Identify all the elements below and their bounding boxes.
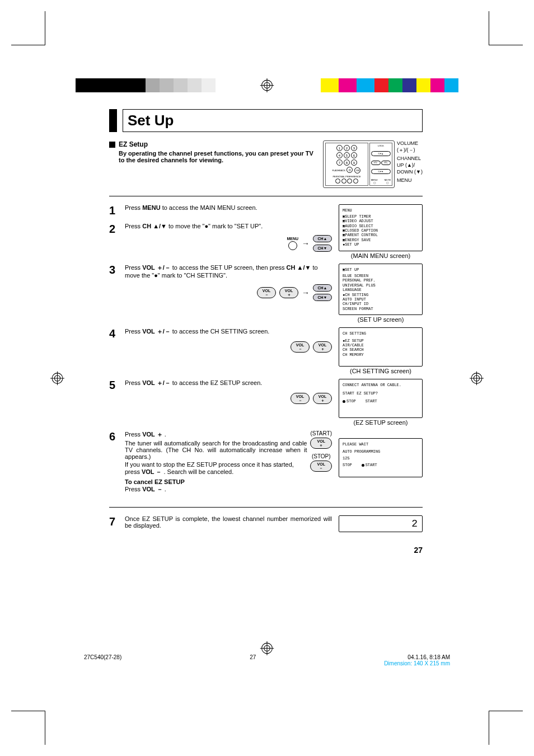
stop-label: (STOP)	[310, 453, 332, 459]
main-menu-screen: MENU ▣SLEEP TIMER▣VIDEO ADJUST▣AUDIO SEL…	[339, 204, 423, 251]
print-colorbar-left	[76, 78, 216, 92]
menu-button-icon: MENU	[287, 237, 298, 250]
vol-plus-button: VOL＋	[313, 393, 332, 404]
vol-minus-button: VOL－	[291, 393, 310, 404]
step-4-text: Press VOL ＋/－ to access the CH SETTING s…	[125, 327, 332, 353]
page-number: 27	[109, 546, 423, 555]
ch-setting-screen: CH SETTING ●EZ SETUP AIR/CABLE CH SEARCH…	[339, 327, 423, 367]
footer-timestamp: 04.1.16, 8:18 AM	[407, 654, 450, 660]
vol-plus-button: VOL＋	[313, 341, 332, 353]
step-3-text: Press VOL ＋/－ to access the SET UP scree…	[125, 264, 332, 301]
crop-mark	[11, 11, 45, 45]
vol-plus-button: VOL＋	[310, 438, 332, 449]
step-number: 1	[109, 204, 119, 217]
ez-setup-screen: CONNECT ANTENNA OR CABLE. START EZ SETUP…	[339, 379, 423, 418]
arrow-right-icon: →	[302, 239, 310, 248]
separator	[109, 507, 423, 508]
step-1-text: Press MENU to access the MAIN MENU scree…	[125, 204, 332, 217]
step-number: 4	[109, 327, 119, 353]
step-6-text: Press VOL ＋ . The tuner will automatical…	[125, 430, 332, 494]
ez-setup-caption: (EZ SETUP screen)	[339, 419, 423, 426]
setup-screen: ▣SET UP BLUE SCREEN PERSONAL PREF. UNIVE…	[339, 264, 423, 316]
step-number: 5	[109, 379, 119, 404]
vol-minus-button: VOL－	[291, 341, 310, 353]
ch-setting-caption: (CH SETTING screen)	[339, 368, 423, 374]
remote-label-channel: CHANNEL	[397, 156, 423, 162]
print-colorbar-right	[321, 78, 458, 92]
section-description: By operating the channel preset function…	[119, 150, 315, 163]
remote-label-vol-plusminus: (＋)/(－)	[397, 147, 423, 154]
step-5-text: Press VOL ＋/－ to access the EZ SETUP scr…	[125, 379, 332, 404]
step-number: 3	[109, 264, 119, 301]
progress-screen: PLEASE WAIT AUTO PROGRAMMING 125 STOP ST…	[339, 438, 423, 477]
registration-mark-top	[260, 78, 274, 92]
step-2-text: Press CH ▲/▼ to move the "●" mark to "SE…	[125, 223, 332, 252]
main-menu-caption: (MAIN MENU screen)	[339, 252, 423, 259]
footer-filename: 27C540(27-28)	[84, 654, 121, 666]
step-number: 7	[109, 515, 119, 529]
page-content: Set Up EZ Setup By operating the channel…	[109, 109, 423, 555]
crop-mark	[489, 711, 523, 745]
remote-label-volume: VOLUME	[397, 140, 423, 147]
step-number: 2	[109, 223, 119, 252]
vol-minus-button: VOL－	[257, 287, 276, 298]
footer-dimension: Dimension: 140 X 215 mm	[384, 660, 450, 666]
vol-minus-button: VOL－	[310, 461, 332, 472]
title-bar: Set Up	[109, 109, 423, 132]
section-bullet-icon	[109, 142, 115, 148]
remote-label-menu: MENU	[397, 177, 423, 184]
crop-mark	[489, 11, 523, 45]
footer-page: 27	[250, 654, 256, 666]
crop-mark	[11, 711, 45, 745]
section-heading: EZ Setup	[119, 140, 315, 148]
ch-down-button: CH▼	[313, 294, 332, 301]
ch-up-button: CH▲	[313, 284, 332, 292]
arrow-right-icon: →	[302, 288, 310, 297]
registration-mark-left	[50, 371, 64, 385]
vol-plus-button: VOL＋	[279, 287, 298, 298]
remote-label-updown: UP (▲)/ DOWN (▼)	[397, 162, 423, 175]
start-label: (START)	[310, 430, 332, 436]
ch-up-button: CH▲	[313, 235, 332, 242]
remote-diagram: 123 456 789 FLASHBACK 0 100 PERSONAL PRE…	[323, 140, 423, 188]
separator	[109, 196, 423, 196]
final-channel-screen: 2	[339, 515, 423, 532]
ch-down-button: CH▼	[313, 245, 332, 252]
setup-caption: (SET UP screen)	[339, 316, 423, 323]
print-footer: 27C540(27-28) 27 04.1.16, 8:18 AM Dimens…	[84, 654, 450, 666]
step-7-text: Once EZ SETUP is complete, the lowest ch…	[125, 515, 332, 529]
registration-mark-right	[470, 371, 484, 385]
registration-mark-bottom	[260, 641, 274, 655]
step-number: 6	[109, 430, 119, 494]
page-title: Set Up	[128, 112, 418, 129]
